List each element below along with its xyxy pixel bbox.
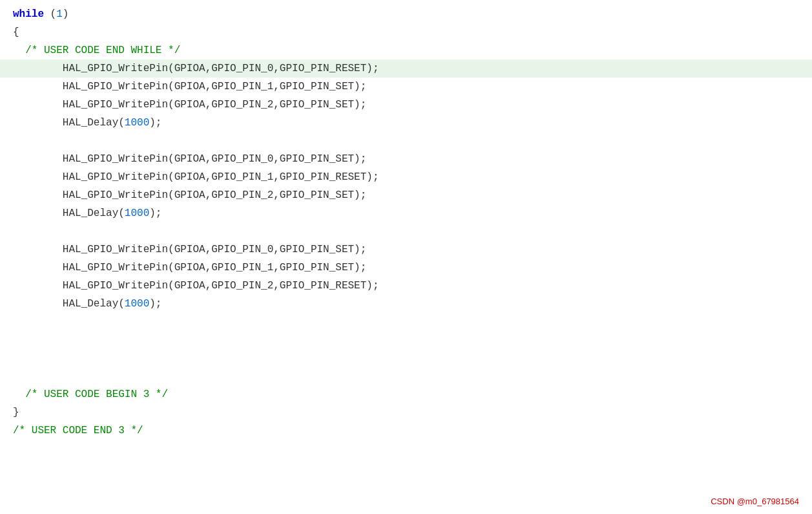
code-line-6: HAL_GPIO_WritePin(GPIOA,GPIO_PIN_2,GPIO_… [0,96,812,114]
code-line-21 [0,367,812,385]
code-line-5: HAL_GPIO_WritePin(GPIOA,GPIO_PIN_1,GPIO_… [0,78,812,96]
code-line-1: while (1) [0,5,812,23]
code-line-12: HAL_Delay(1000); [0,204,812,222]
code-line-18 [0,313,812,331]
code-line-11: HAL_GPIO_WritePin(GPIOA,GPIO_PIN_2,GPIO_… [0,186,812,204]
code-editor: while (1) { /* USER CODE END WHILE */ HA… [0,0,812,514]
code-line-16: HAL_GPIO_WritePin(GPIOA,GPIO_PIN_2,GPIO_… [0,277,812,295]
code-line-14: HAL_GPIO_WritePin(GPIOA,GPIO_PIN_0,GPIO_… [0,241,812,259]
code-line-10: HAL_GPIO_WritePin(GPIOA,GPIO_PIN_1,GPIO_… [0,168,812,186]
code-line-20 [0,349,812,367]
code-line-19 [0,331,812,349]
code-line-13 [0,222,812,241]
code-line-17: HAL_Delay(1000); [0,295,812,313]
code-line-2: { [0,23,812,41]
code-line-9: HAL_GPIO_WritePin(GPIOA,GPIO_PIN_0,GPIO_… [0,150,812,168]
code-line-15: HAL_GPIO_WritePin(GPIOA,GPIO_PIN_1,GPIO_… [0,259,812,277]
code-line-23: } [0,403,812,422]
code-line-3: /* USER CODE END WHILE */ [0,41,812,59]
code-line-4: HAL_GPIO_WritePin(GPIOA,GPIO_PIN_0,GPIO_… [0,59,812,78]
code-line-22: /* USER CODE BEGIN 3 */ [0,385,812,403]
watermark: CSDN @m0_67981564 [711,497,799,506]
code-line-24: /* USER CODE END 3 */ [0,422,812,440]
code-line-8 [0,132,812,150]
code-line-7: HAL_Delay(1000); [0,114,812,132]
